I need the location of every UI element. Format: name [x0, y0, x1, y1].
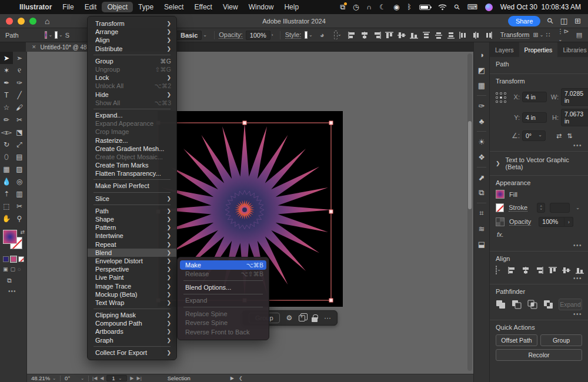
curvature-tool[interactable]: ✑ — [13, 76, 26, 89]
stroke-weight-field[interactable] — [550, 203, 570, 213]
screen-mode-icon[interactable]: ⧉ — [7, 277, 26, 284]
direct-selection-tool[interactable]: ➣ — [13, 52, 26, 64]
style-link[interactable]: Style: — [285, 31, 302, 39]
siri-icon[interactable] — [485, 4, 493, 11]
guides-options-icon[interactable]: ⋮⊳ ⌄ — [557, 28, 569, 42]
color-mode-swatch[interactable] — [3, 256, 9, 262]
object-menu-item-repeat[interactable]: Repeat❯ — [88, 240, 176, 249]
transform-link[interactable]: Transform — [500, 31, 530, 39]
tab-layers[interactable]: Layers — [490, 42, 519, 57]
scissors-tool[interactable]: ✂ — [13, 113, 26, 126]
transform-widget-icon[interactable]: ⊞ — [533, 31, 538, 39]
object-menu-item-perspective[interactable]: Perspective❯ — [88, 265, 176, 273]
first-artboard-icon[interactable]: |◀ — [92, 376, 97, 381]
object-menu-item-transform[interactable]: Transform❯ — [88, 19, 176, 28]
width-tool[interactable]: ◅▻ — [0, 126, 13, 138]
symbol-sprayer-tool[interactable]: ⇡ — [0, 187, 13, 200]
appearance-fill-swatch[interactable] — [496, 190, 505, 199]
object-menu-item-image-trace[interactable]: Image Trace❯ — [88, 282, 176, 290]
status-play-icon[interactable]: ▶ — [230, 376, 234, 381]
zoom-tool[interactable]: ⚲ — [13, 212, 26, 224]
menubar-item-window[interactable]: Window — [243, 2, 279, 12]
vertical-distribute-top[interactable] — [422, 31, 432, 39]
menubar-item-select[interactable]: Select — [159, 2, 189, 12]
pen-tool[interactable]: ✒ — [0, 76, 13, 89]
last-artboard-icon[interactable]: ▶| — [137, 376, 142, 381]
vertical-align-top[interactable] — [385, 31, 395, 39]
moon-icon[interactable]: ☾ — [379, 4, 386, 11]
wifi-icon[interactable] — [438, 4, 447, 11]
object-menu-item-flatten-transparency[interactable]: Flatten Transparency... — [88, 169, 176, 177]
object-menu-item-live-paint[interactable]: Live Paint❯ — [88, 273, 176, 282]
pencil-tool[interactable]: ✏ — [0, 113, 13, 126]
paintbrush-tool[interactable]: 🖌 — [13, 101, 26, 113]
menubar-item-file[interactable]: File — [57, 2, 79, 12]
column-graph-tool[interactable]: ▥ — [13, 187, 26, 200]
object-menu-item-group[interactable]: Group⌘G — [88, 57, 176, 65]
app-search-icon[interactable]: ⚲ — [545, 16, 555, 26]
panel-horizontal-align-right[interactable] — [534, 266, 544, 274]
object-menu-item-arrange[interactable]: Arrange❯ — [88, 28, 176, 36]
style-swatch[interactable] — [305, 31, 308, 39]
appearance-icon[interactable]: ☀ — [475, 135, 488, 148]
keyboard-icon[interactable]: ⌨ — [467, 4, 477, 11]
menubar-item-illustrator[interactable]: Illustrator — [14, 2, 57, 12]
blend-tool[interactable]: ◎ — [13, 175, 26, 187]
none-mode-swatch[interactable] — [18, 256, 24, 262]
star-tool[interactable]: ☆ — [0, 101, 13, 113]
stroke-weight-stepper[interactable]: ˄˅ — [537, 203, 545, 213]
swatches-icon[interactable]: ▦ — [475, 79, 488, 92]
vertical-align-bottom[interactable] — [409, 31, 419, 39]
object-menu-item-collect-for-export[interactable]: Collect For Export❯ — [88, 349, 176, 357]
brushes-icon[interactable]: ✑ — [475, 99, 488, 112]
scroll-left-icon[interactable]: ❮ — [239, 376, 243, 381]
close-tab-icon[interactable]: ✕ — [32, 44, 36, 50]
object-menu-item-shape[interactable]: Shape❯ — [88, 215, 176, 223]
draw-normal-icon[interactable]: ▣ — [3, 266, 8, 272]
zoom-level-select[interactable]: 48.21%⌄ — [27, 374, 60, 382]
fill-color-swatch[interactable] — [45, 31, 48, 39]
headphones-icon[interactable]: ∩ — [367, 4, 372, 11]
object-menu-item-envelope-distort[interactable]: Envelope Distort❯ — [88, 257, 176, 265]
scale-tool[interactable]: ⤢ — [13, 138, 26, 150]
tab-properties[interactable]: Properties — [519, 42, 558, 57]
line-segment-tool[interactable]: ╱ — [13, 89, 26, 101]
appearance-stroke-link[interactable]: Stroke — [509, 204, 527, 212]
object-menu-item-clipping-mask[interactable]: Clipping Mask❯ — [88, 311, 176, 319]
horizontal-distribute-left[interactable] — [459, 31, 469, 39]
offset-path-button[interactable]: Offset Path — [496, 334, 537, 346]
edit-toolbar-icon[interactable]: ••• — [8, 288, 26, 294]
document-setup-icon[interactable]: ◕ — [320, 31, 325, 39]
align-to-selection-icon[interactable] — [496, 266, 497, 274]
arrange-documents-icon[interactable]: ◫ — [560, 16, 567, 25]
rotate-tool[interactable]: ↻ — [0, 138, 13, 150]
lasso-tool[interactable]: ୧ — [13, 64, 26, 76]
artboards-icon[interactable]: ⧉ — [475, 186, 488, 199]
opacity-link[interactable]: Opacity: — [219, 31, 242, 39]
horizontal-distribute-center[interactable] — [471, 31, 481, 39]
object-menu-item-create-trim-marks[interactable]: Create Trim Marks — [88, 161, 176, 169]
object-menu-item-text-wrap[interactable]: Text Wrap❯ — [88, 299, 176, 307]
appearance-more-icon[interactable]: ••• — [573, 242, 582, 249]
h-field[interactable]: 7.0673 in — [561, 109, 588, 126]
transform-icon[interactable]: ⌗ — [475, 207, 488, 220]
pathfinder-intersect-icon[interactable] — [527, 300, 537, 309]
draw-behind-icon[interactable]: ▢ — [11, 266, 16, 272]
gradient-icon[interactable]: ◩ — [475, 63, 488, 76]
slice-tool[interactable]: ✂ — [13, 200, 26, 212]
recolor-icon[interactable]: ⚙ — [286, 314, 293, 322]
artboard-number-select[interactable]: 1⌄ — [106, 375, 127, 381]
shape-builder-tool[interactable]: ⬯ — [0, 150, 13, 163]
vertical-distribute-center[interactable] — [434, 31, 444, 39]
rotation-field[interactable]: 0° ⌄ — [522, 130, 546, 141]
pathfinder-expand-button[interactable]: Expand — [559, 299, 582, 310]
menubar-item-view[interactable]: View — [218, 2, 243, 12]
artboard-tool[interactable]: ⬚ — [0, 200, 13, 212]
object-menu-item-make-pixel-perfect[interactable]: Make Pixel Perfect — [88, 182, 176, 190]
pathfinder-more-icon[interactable]: ••• — [573, 311, 582, 317]
gradient-mode-swatch[interactable] — [11, 256, 16, 262]
magic-wand-tool[interactable]: ✶ — [0, 64, 13, 76]
brush-definition-select[interactable]: Basic — [176, 31, 202, 40]
panel-horizontal-align-left[interactable] — [507, 266, 517, 274]
recolor-button[interactable]: Recolor — [496, 349, 582, 361]
